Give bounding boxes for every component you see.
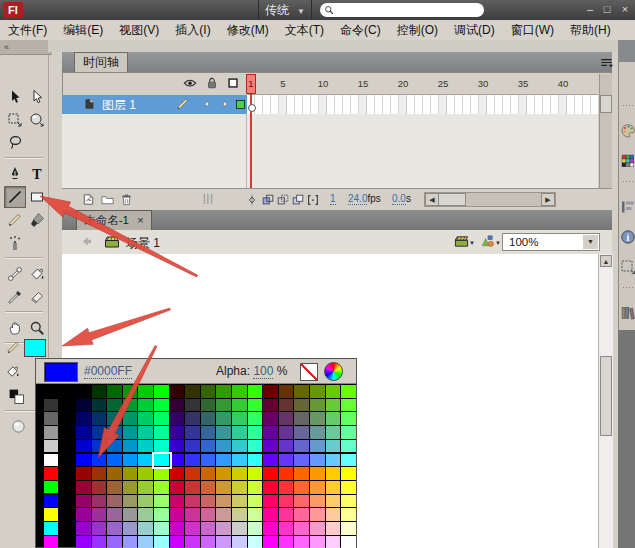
color-swatch[interactable] — [341, 481, 356, 494]
color-swatch[interactable] — [107, 399, 122, 412]
search-box[interactable] — [320, 3, 484, 17]
dock-panel-library[interactable] — [619, 300, 635, 326]
color-swatch[interactable] — [154, 522, 169, 535]
color-swatch[interactable] — [185, 454, 200, 467]
color-swatch[interactable] — [263, 385, 278, 398]
menu-item-5[interactable]: 文本(T) — [277, 21, 332, 40]
color-swatch[interactable] — [138, 481, 153, 494]
show-dot-icon[interactable] — [201, 98, 213, 110]
zoom-dd-icon[interactable]: ▼ — [583, 235, 598, 249]
outline-color-swatch[interactable] — [234, 98, 247, 111]
color-swatch[interactable] — [263, 508, 278, 521]
color-swatch[interactable] — [310, 536, 325, 548]
color-swatch[interactable] — [263, 536, 278, 548]
color-swatch[interactable] — [263, 495, 278, 508]
time-value[interactable]: 0.0 — [392, 193, 406, 205]
ramp-swatch[interactable] — [44, 508, 58, 521]
alpha-value[interactable]: 100 — [253, 364, 273, 379]
menu-item-8[interactable]: 调试(D) — [446, 21, 503, 40]
outline-box-icon[interactable] — [226, 76, 240, 90]
color-swatch[interactable] — [92, 385, 107, 398]
color-swatch[interactable] — [232, 495, 247, 508]
color-swatch[interactable] — [76, 399, 91, 412]
color-swatch[interactable] — [279, 467, 294, 480]
color-swatch[interactable] — [232, 508, 247, 521]
color-swatch[interactable] — [92, 481, 107, 494]
dock-panel-align[interactable] — [619, 194, 635, 220]
timeline-vscrollbar[interactable] — [599, 74, 612, 188]
color-swatch[interactable] — [216, 536, 231, 548]
color-swatch[interactable] — [138, 508, 153, 521]
menu-item-9[interactable]: 窗口(W) — [503, 21, 562, 40]
color-swatch[interactable] — [138, 467, 153, 480]
ramp-swatch[interactable] — [44, 495, 58, 508]
color-swatch[interactable] — [154, 412, 169, 425]
color-swatch[interactable] — [185, 426, 200, 439]
color-swatch[interactable] — [279, 399, 294, 412]
eye-icon[interactable] — [183, 77, 197, 91]
color-swatch[interactable] — [107, 508, 122, 521]
dock-panel-info[interactable]: i — [619, 224, 635, 250]
dock-grip[interactable] — [622, 286, 633, 290]
color-swatch[interactable] — [201, 385, 216, 398]
app-logo[interactable]: Fl — [3, 2, 23, 18]
color-swatch[interactable] — [326, 399, 341, 412]
color-swatch[interactable] — [170, 467, 185, 480]
color-swatch[interactable] — [232, 412, 247, 425]
timeline-vscroll-thumb[interactable] — [600, 95, 612, 113]
dock-panel-color[interactable] — [619, 118, 635, 144]
color-swatch[interactable] — [201, 440, 216, 453]
timeline-hscrollbar[interactable]: ◀ ▶ — [424, 192, 556, 207]
color-swatch[interactable] — [248, 481, 263, 494]
color-swatch[interactable] — [326, 536, 341, 548]
color-swatch[interactable] — [310, 399, 325, 412]
color-swatch[interactable] — [310, 481, 325, 494]
color-swatch[interactable] — [170, 412, 185, 425]
color-swatch[interactable] — [294, 412, 309, 425]
color-swatch[interactable] — [170, 536, 185, 548]
frame-ruler[interactable]: 510152025303540 — [247, 74, 598, 95]
color-swatch[interactable] — [138, 412, 153, 425]
ramp-swatch[interactable] — [44, 467, 58, 480]
color-swatch[interactable] — [248, 508, 263, 521]
color-swatch[interactable] — [326, 481, 341, 494]
color-swatch[interactable] — [216, 426, 231, 439]
color-swatch[interactable] — [216, 440, 231, 453]
color-swatch[interactable] — [216, 481, 231, 494]
color-swatch[interactable] — [294, 467, 309, 480]
text-tool[interactable]: T — [26, 163, 48, 185]
color-swatch[interactable] — [310, 454, 325, 467]
color-swatch[interactable] — [107, 454, 122, 467]
color-swatch[interactable] — [263, 522, 278, 535]
color-swatch[interactable] — [185, 385, 200, 398]
color-swatch[interactable] — [310, 426, 325, 439]
color-swatch[interactable] — [341, 522, 356, 535]
color-swatch[interactable] — [123, 412, 138, 425]
center-frame-icon[interactable] — [243, 191, 260, 208]
color-swatch[interactable] — [341, 412, 356, 425]
color-swatch[interactable] — [170, 454, 185, 467]
color-swatch[interactable] — [232, 440, 247, 453]
color-swatch[interactable] — [294, 454, 309, 467]
color-swatch[interactable] — [216, 495, 231, 508]
ramp-swatch[interactable] — [44, 426, 58, 439]
color-swatch[interactable] — [310, 495, 325, 508]
color-swatch[interactable] — [294, 536, 309, 548]
subselection-tool[interactable] — [26, 86, 48, 108]
stroke-color-well[interactable] — [24, 339, 46, 357]
color-swatch[interactable] — [185, 412, 200, 425]
color-swatch[interactable] — [92, 508, 107, 521]
color-swatch[interactable] — [310, 440, 325, 453]
color-swatch[interactable] — [92, 467, 107, 480]
stage-vscrollbar[interactable]: ▲ — [598, 254, 613, 548]
color-swatch[interactable] — [201, 426, 216, 439]
ramp-swatch[interactable] — [44, 412, 58, 425]
color-swatch[interactable] — [310, 508, 325, 521]
color-swatch[interactable] — [76, 508, 91, 521]
color-wheel-icon[interactable] — [324, 362, 343, 381]
color-swatch[interactable] — [263, 426, 278, 439]
color-swatch[interactable] — [123, 385, 138, 398]
color-swatch[interactable] — [154, 508, 169, 521]
color-swatch[interactable] — [107, 440, 122, 453]
scroll-right-icon[interactable]: ▶ — [541, 193, 555, 206]
